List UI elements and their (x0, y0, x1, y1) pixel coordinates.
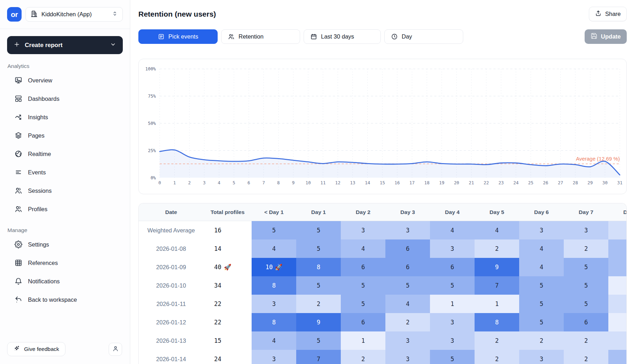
heatmap-cell[interactable]: 6 (385, 258, 430, 276)
heatmap-cell[interactable]: 2 (475, 239, 519, 258)
col-header-day-5[interactable]: Day 5 (475, 203, 519, 221)
col-header-day-3[interactable]: Day 3 (385, 203, 430, 221)
heatmap-cell[interactable]: 3 (385, 350, 430, 364)
sidebar-item-notifications[interactable]: Notifications (7, 272, 123, 290)
heatmap-cell[interactable]: 2 (475, 331, 519, 350)
heatmap-cell[interactable]: 1 (608, 276, 627, 295)
col-header-day-8[interactable]: Day 8 (608, 203, 627, 221)
heatmap-cell[interactable]: 4 (608, 350, 627, 364)
heatmap-cell[interactable]: 4 (385, 295, 430, 313)
heatmap-cell[interactable]: 4 (608, 239, 627, 258)
heatmap-cell[interactable]: 5 (430, 350, 475, 364)
update-button[interactable]: Update (585, 29, 627, 44)
sidebar-item-settings[interactable]: Settings (7, 235, 123, 254)
heatmap-cell[interactable]: 3 (252, 295, 296, 313)
heatmap-cell[interactable]: 1 (430, 295, 475, 313)
heatmap-cell[interactable]: 2 (385, 313, 430, 331)
heatmap-cell[interactable]: 5 (519, 295, 564, 313)
sidebar-item-references[interactable]: References (7, 254, 123, 272)
sidebar-item-back-to-workspace[interactable]: Back to workspace (7, 290, 123, 309)
account-button[interactable] (109, 343, 122, 356)
filter-pick-events[interactable]: Pick events (138, 29, 218, 44)
heatmap-cell[interactable]: 1 (341, 331, 385, 350)
heatmap-cell[interactable]: 5 (385, 276, 430, 295)
give-feedback-button[interactable]: Give feedback (7, 342, 65, 356)
workspace-selector[interactable]: KiddoKitchen (App) (25, 7, 123, 22)
heatmap-cell[interactable]: 9 (475, 258, 519, 276)
heatmap-cell[interactable]: 5 (341, 276, 385, 295)
col-header-total-profiles[interactable]: Total profiles (203, 203, 252, 221)
heatmap-cell[interactable]: 7 (475, 276, 519, 295)
heatmap-cell[interactable]: 5 (430, 276, 475, 295)
heatmap-cell[interactable]: 2 (608, 295, 627, 313)
heatmap-cell[interactable]: 4 (608, 258, 627, 276)
heatmap-cell[interactable]: 8 (296, 258, 341, 276)
heatmap-cell[interactable]: 5 (296, 221, 341, 239)
heatmap-cell[interactable]: 3 (430, 239, 475, 258)
heatmap-cell[interactable]: 8 (252, 313, 296, 331)
heatmap-cell[interactable]: 2 (608, 331, 627, 350)
filter-retention[interactable]: Retention (221, 29, 300, 44)
share-button[interactable]: Share (589, 7, 627, 21)
sidebar-item-insights[interactable]: Insights (7, 108, 123, 126)
heatmap-cell[interactable]: 4 (519, 239, 564, 258)
heatmap-cell[interactable]: 2 (564, 350, 608, 364)
heatmap-cell[interactable]: 6 (341, 258, 385, 276)
heatmap-cell[interactable]: 3 (385, 221, 430, 239)
heatmap-cell[interactable]: 5 (564, 276, 608, 295)
app-logo[interactable]: or (7, 7, 22, 22)
sidebar-item-realtime[interactable]: Realtime (7, 145, 123, 163)
heatmap-cell[interactable]: 6 (385, 239, 430, 258)
heatmap-cell[interactable]: 6 (430, 258, 475, 276)
sidebar-item-sessions[interactable]: Sessions (7, 181, 123, 200)
heatmap-cell[interactable]: 3 (519, 350, 564, 364)
heatmap-cell[interactable]: 5 (564, 258, 608, 276)
sidebar-item-dashboards[interactable]: Dashboards (7, 89, 123, 108)
heatmap-cell[interactable]: 4 (341, 239, 385, 258)
heatmap-cell[interactable]: 4 (252, 331, 296, 350)
col-header-day-1[interactable]: Day 1 (296, 203, 341, 221)
filter-day[interactable]: Day (384, 29, 463, 44)
heatmap-cell[interactable]: 2 (519, 331, 564, 350)
heatmap-cell[interactable]: 6 (564, 313, 608, 331)
heatmap-cell[interactable]: 8 (252, 276, 296, 295)
heatmap-cell[interactable]: 2 (564, 239, 608, 258)
col-header-day-6[interactable]: Day 6 (519, 203, 564, 221)
col-header-day-7[interactable]: Day 7 (564, 203, 608, 221)
heatmap-cell[interactable]: 4 (475, 221, 519, 239)
heatmap-cell[interactable]: 3 (252, 350, 296, 364)
heatmap-cell[interactable]: 5 (519, 276, 564, 295)
sidebar-item-profiles[interactable]: Profiles (7, 200, 123, 218)
heatmap-cell[interactable]: 2 (475, 350, 519, 364)
heatmap-cell[interactable]: 3 (430, 313, 475, 331)
filter-last-30-days[interactable]: Last 30 days (304, 29, 381, 44)
heatmap-cell[interactable]: 4 (519, 258, 564, 276)
heatmap-cell[interactable]: 5 (341, 295, 385, 313)
heatmap-cell[interactable]: 8 (475, 313, 519, 331)
heatmap-cell[interactable]: 5 (519, 313, 564, 331)
heatmap-cell[interactable]: 7 (296, 350, 341, 364)
heatmap-cell[interactable]: 3 (385, 331, 430, 350)
sidebar-item-events[interactable]: Events (7, 163, 123, 181)
heatmap-cell[interactable]: 3 (430, 331, 475, 350)
heatmap-cell[interactable]: 5 (296, 331, 341, 350)
heatmap-cell[interactable]: 2 (564, 331, 608, 350)
heatmap-cell[interactable]: 4 (252, 239, 296, 258)
heatmap-cell[interactable]: 5 (296, 276, 341, 295)
heatmap-cell[interactable]: 4 (430, 221, 475, 239)
heatmap-cell[interactable]: 10🚀 (252, 258, 296, 276)
heatmap-cell[interactable]: 1 (475, 295, 519, 313)
sidebar-item-pages[interactable]: Pages (7, 126, 123, 145)
sidebar-item-overview[interactable]: Overview (7, 71, 123, 89)
heatmap-cell[interactable]: 2 (296, 295, 341, 313)
heatmap-cell[interactable]: 3 (519, 221, 564, 239)
heatmap-cell[interactable]: 3 (564, 221, 608, 239)
heatmap-cell[interactable]: 5 (252, 221, 296, 239)
col-header-day-4[interactable]: Day 4 (430, 203, 475, 221)
heatmap-cell[interactable]: 6 (341, 313, 385, 331)
col-header-day-2[interactable]: Day 2 (341, 203, 385, 221)
col-header-date[interactable]: Date (139, 203, 203, 221)
heatmap-cell[interactable]: 1 (608, 313, 627, 331)
col-header-day-1[interactable]: < Day 1 (252, 203, 296, 221)
heatmap-cell[interactable]: 3 (341, 221, 385, 239)
